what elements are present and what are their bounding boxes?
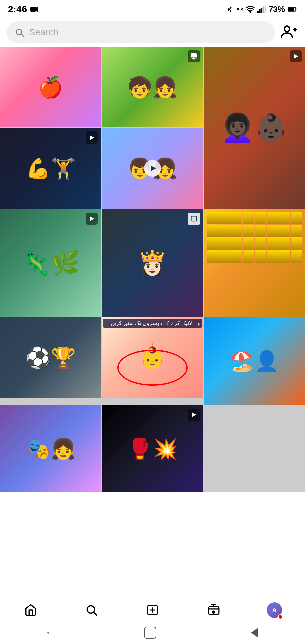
search-nav-icon	[85, 604, 98, 616]
svg-rect-11	[288, 8, 294, 11]
nav-profile[interactable]: A	[261, 600, 288, 620]
svg-rect-9	[265, 6, 266, 13]
svg-marker-22	[90, 216, 94, 221]
reel-icon-fighter	[188, 409, 200, 421]
signal-icon	[257, 6, 266, 13]
home-icon	[24, 604, 37, 616]
square-icon-woman	[188, 213, 200, 225]
grid-item-lizard[interactable]: 🦎🌿	[0, 209, 101, 317]
add-person-button[interactable]	[279, 23, 298, 42]
grid-item-africa[interactable]: 👩🏿‍🦱👶🏿	[204, 47, 305, 209]
mute-icon	[236, 6, 243, 13]
search-bar[interactable]: Search	[7, 21, 275, 43]
reel-icon	[188, 50, 200, 62]
battery-text: 73%	[269, 5, 285, 14]
search-area: Search	[0, 17, 305, 47]
grid-item-anime-kids[interactable]: 🧒👧	[102, 47, 203, 127]
urdu-text-overlay: وہ لائیک کرے کے دوسروں تک شئیر کریں	[103, 319, 202, 328]
play-button-center[interactable]	[144, 160, 161, 177]
svg-rect-0	[30, 7, 36, 12]
svg-rect-8	[263, 6, 264, 13]
nav-items: A	[0, 595, 305, 623]
status-time: 2:46	[8, 4, 27, 15]
svg-marker-24	[192, 412, 196, 417]
svg-rect-6	[259, 9, 260, 13]
svg-marker-1	[36, 7, 38, 12]
svg-marker-20	[90, 135, 94, 140]
svg-rect-23	[191, 216, 196, 221]
content-grid: 🍎 🧒👧 👩🏿‍🦱👶🏿 💪🏋️ 👦👧 🦎🌿	[0, 47, 305, 492]
wifi-icon	[246, 6, 255, 13]
reel-icon-fitness	[86, 131, 98, 144]
gesture-home-button[interactable]	[144, 627, 156, 639]
svg-point-4	[250, 11, 251, 12]
svg-line-26	[94, 612, 97, 615]
reel-icon-africa	[290, 50, 302, 62]
grid-item-woman[interactable]: 👸🏻	[102, 209, 203, 317]
svg-marker-21	[151, 166, 156, 171]
nav-reels[interactable]	[200, 600, 227, 620]
svg-point-14	[284, 26, 290, 32]
reel-icon-lizard	[86, 213, 98, 225]
nav-add[interactable]	[139, 600, 166, 620]
add-icon	[146, 604, 159, 616]
video-camera-icon	[30, 6, 40, 13]
grid-item-ronaldo[interactable]: ⚽🏆	[0, 317, 101, 398]
search-placeholder: Search	[29, 27, 59, 38]
status-icons: 73%	[226, 5, 297, 14]
circle-annotation	[117, 350, 188, 386]
grid-item-anime-girl[interactable]: 🎭👧	[0, 405, 101, 492]
svg-point-32	[212, 611, 214, 613]
gesture-bar	[0, 623, 305, 644]
grid-item-fitness[interactable]: 💪🏋️	[0, 128, 101, 209]
grid-item-fighter[interactable]: 🥊💥	[102, 405, 203, 492]
arrow-annotation: ↓	[150, 340, 155, 349]
svg-rect-7	[261, 8, 262, 13]
avatar-initials: A	[272, 607, 277, 614]
nav-search[interactable]	[78, 600, 105, 620]
status-bar: 2:46 73%	[0, 0, 305, 17]
svg-marker-19	[294, 54, 298, 59]
grid-item-anime-couple[interactable]: 👦👧	[102, 128, 203, 209]
gesture-recent-apps[interactable]	[47, 632, 49, 634]
avatar: A	[267, 602, 282, 618]
grid-item-baby[interactable]: 👶 وہ لائیک کرے کے دوسروں تک شئیر کریں ↓	[102, 317, 203, 398]
grid-item-beach[interactable]: 🏖️👤	[204, 317, 305, 405]
battery-icon	[288, 7, 297, 12]
notification-dot	[278, 614, 283, 619]
reels-icon	[207, 604, 220, 616]
gesture-back-button[interactable]	[251, 628, 258, 637]
bluetooth-icon	[226, 5, 233, 13]
gold-bars-visual	[204, 209, 305, 317]
grid-item-apple[interactable]: 🍎	[0, 47, 101, 127]
svg-rect-5	[257, 11, 259, 13]
search-icon	[15, 28, 24, 37]
bottom-nav: A	[0, 595, 305, 644]
nav-home[interactable]	[17, 600, 44, 620]
svg-line-13	[21, 34, 23, 36]
grid-item-gold[interactable]	[204, 209, 305, 317]
